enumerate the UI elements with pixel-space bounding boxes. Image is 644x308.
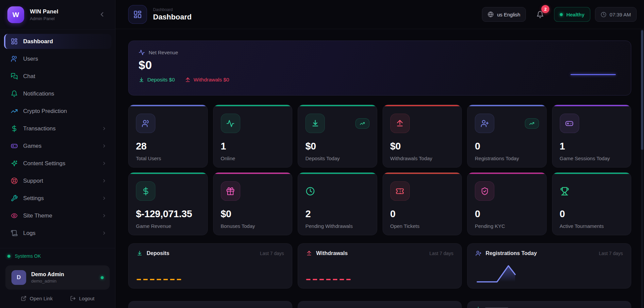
sidebar-item-crypto-prediction[interactable]: Crypto Prediction: [4, 104, 111, 119]
sidebar-item-label: Games: [23, 143, 42, 149]
stat-value: 2: [305, 208, 369, 220]
stat-card-game-sessions-today: 1 Game Sessions Today: [552, 105, 632, 168]
stat-value: 1: [560, 141, 624, 152]
user-card[interactable]: D Demo Admin demo_admin: [5, 265, 110, 290]
stat-card-game-revenue: $-129,071.35 Game Revenue: [128, 172, 208, 235]
stat-card-withdrawals-today: $0 Withdrawals Today: [383, 105, 462, 168]
sparkles-icon: [11, 160, 18, 167]
arrow-down-to-line-icon: [305, 114, 325, 133]
bell-icon: [11, 90, 18, 97]
accent-bar: [213, 173, 292, 174]
chevron-right-icon: [102, 126, 107, 131]
sidebar-item-notifications[interactable]: Notifications: [4, 86, 111, 101]
sidebar-item-settings[interactable]: Settings: [4, 191, 111, 206]
gamepad-icon: [11, 142, 18, 149]
chart-range: Last 7 days: [599, 251, 623, 256]
clock-icon: [305, 181, 325, 201]
accent-bar: [213, 105, 292, 106]
partial-cards-row: [128, 301, 631, 308]
clock-widget: 07:39 AM: [595, 7, 637, 22]
accent-bar: [298, 173, 377, 174]
arrow-down-to-line-icon: [476, 306, 481, 308]
chart-title: Withdrawals: [316, 250, 348, 256]
page-title: Dashboard: [153, 13, 192, 21]
partial-card: [467, 301, 631, 308]
sidebar-item-games[interactable]: Games: [4, 138, 111, 153]
top-header: Dashboard Dashboard us English 2 Healthy…: [115, 0, 644, 29]
user-handle: demo_admin: [31, 279, 101, 284]
app-name: WIN Panel: [30, 8, 58, 15]
sidebar-item-site-theme[interactable]: Site Theme: [4, 208, 111, 223]
sidebar-item-label: Logs: [23, 230, 36, 237]
chart-title: Deposits: [147, 250, 169, 256]
scrollbar-thumb[interactable]: [641, 30, 643, 150]
wrench-icon: [11, 195, 18, 202]
sidebar-item-logs[interactable]: Logs: [4, 226, 111, 241]
accent-bar: [467, 173, 546, 174]
stat-value: 0: [560, 208, 624, 220]
user-plus-icon: [475, 114, 494, 133]
dashboard-icon: [11, 38, 18, 45]
sidebar-item-transactions[interactable]: Transactions: [4, 121, 111, 136]
arrow-down-to-line-icon: [139, 77, 144, 83]
avatar-letter: D: [17, 274, 21, 281]
brand: W WIN Panel Admin Panel: [0, 0, 115, 29]
stat-label: Deposits Today: [305, 156, 369, 161]
net-deposits: Deposits $0: [139, 77, 175, 83]
chevron-right-icon: [102, 143, 107, 148]
accent-bar: [383, 105, 462, 106]
arrow-up-from-line-icon: [185, 77, 191, 83]
open-link-button[interactable]: Open Link: [21, 296, 53, 301]
stat-label: Online: [221, 156, 285, 161]
avatar: D: [11, 270, 26, 285]
accent-bar: [298, 105, 377, 106]
sidebar-item-label: Notifications: [23, 90, 54, 97]
chart-range: Last 7 days: [260, 251, 284, 256]
net-withdrawals: Withdrawals $0: [185, 77, 229, 83]
app-subtitle: Admin Panel: [30, 16, 58, 21]
trophy-icon: [560, 181, 579, 201]
partial-card: [298, 301, 462, 308]
accent-bar: [129, 105, 207, 106]
user-plus-icon: [476, 250, 482, 256]
stat-label: Pending KYC: [475, 223, 539, 229]
chart-card-registrations: Registrations Today Last 7 days: [467, 243, 631, 289]
registrations-line-chart: [476, 263, 531, 284]
net-withdrawals-label: Withdrawals $0: [194, 77, 229, 83]
sidebar-item-content-settings[interactable]: Content Settings: [4, 156, 111, 171]
accent-bar: [552, 105, 631, 106]
users-icon: [11, 55, 18, 62]
accent-bar: [467, 105, 546, 106]
arrow-up-from-line-icon: [306, 250, 312, 256]
stat-label: Active Tournaments: [560, 223, 624, 229]
stat-card-pending-withdrawals: 2 Pending Withdrawals: [298, 172, 377, 235]
chevron-right-icon: [102, 178, 107, 183]
language-selector[interactable]: us English: [482, 7, 526, 22]
clock-icon: [601, 12, 606, 17]
sidebar-item-chat[interactable]: Chat: [4, 69, 111, 84]
trending-up-icon: [11, 108, 18, 115]
gift-icon: [221, 181, 240, 201]
stat-card-active-tournaments: 0 Active Tournaments: [552, 172, 632, 235]
online-dot: [101, 276, 104, 279]
notifications-button[interactable]: 2: [533, 7, 547, 22]
sidebar-nav: Dashboard Users Chat Notifications Crypt…: [0, 29, 115, 248]
sidebar-item-users[interactable]: Users: [4, 51, 111, 66]
trending-up-badge: [355, 118, 369, 129]
sidebar-item-label: Content Settings: [23, 160, 65, 167]
chevron-right-icon: [102, 196, 107, 201]
system-status: Systems OK: [0, 248, 115, 262]
accent-bar: [129, 173, 207, 174]
sidebar-item-dashboard[interactable]: Dashboard: [4, 34, 111, 49]
stat-value: 28: [136, 141, 200, 152]
sidebar: W WIN Panel Admin Panel Dashboard Users: [0, 0, 115, 308]
app-logo-letter: W: [12, 11, 19, 19]
scroll-icon: [11, 230, 18, 237]
sidebar-item-support[interactable]: Support: [4, 173, 111, 188]
chevron-right-icon: [102, 231, 107, 236]
user-name: Demo Admin: [31, 271, 101, 278]
sidebar-collapse-button[interactable]: [98, 11, 106, 18]
stat-label: Game Sessions Today: [560, 156, 624, 161]
logout-button[interactable]: Logout: [70, 296, 95, 301]
net-deposits-label: Deposits $0: [147, 77, 175, 83]
